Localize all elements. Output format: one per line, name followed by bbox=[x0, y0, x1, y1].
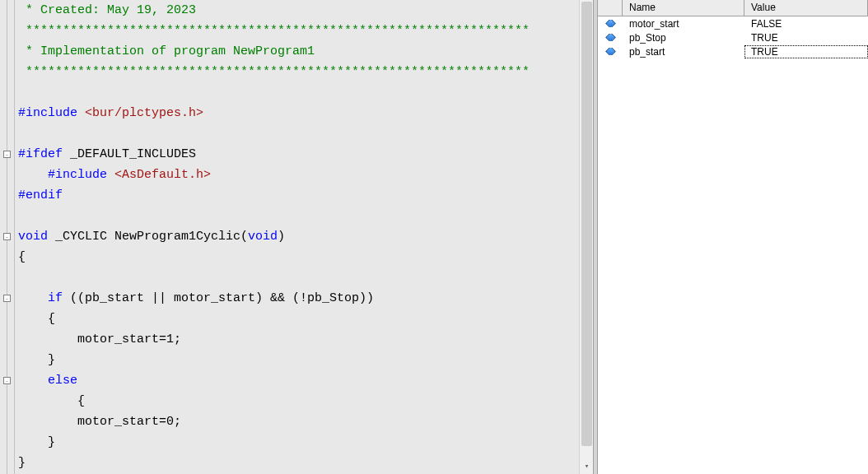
code-line[interactable] bbox=[18, 123, 593, 144]
watch-panel: Name Value motor_startFALSEpb_StopTRUEpb… bbox=[598, 0, 868, 474]
code-token bbox=[18, 291, 48, 305]
code-token: _DEFAULT_INCLUDES bbox=[63, 147, 196, 161]
code-token bbox=[107, 168, 114, 182]
code-token: { bbox=[18, 394, 85, 408]
code-line[interactable]: void _CYCLIC NewProgram1Cyclic(void) bbox=[18, 226, 593, 247]
watch-variable-value[interactable]: TRUE bbox=[744, 32, 868, 44]
code-token: { bbox=[18, 250, 26, 264]
editor-gutter: ---- bbox=[0, 0, 15, 474]
variable-icon bbox=[598, 34, 623, 41]
code-token: else bbox=[48, 374, 77, 388]
watch-variable-name: pb_Stop bbox=[623, 32, 744, 44]
code-line[interactable]: { bbox=[18, 309, 593, 329]
watch-variable-value[interactable]: FALSE bbox=[744, 18, 868, 30]
code-line[interactable]: if ((pb_start || motor_start) && (!pb_St… bbox=[18, 288, 593, 309]
watch-row[interactable]: pb_startTRUE bbox=[598, 44, 868, 58]
code-token: if bbox=[48, 291, 63, 305]
code-token bbox=[77, 106, 85, 120]
vertical-scrollbar[interactable]: ▾ bbox=[579, 0, 593, 474]
fold-toggle-icon[interactable]: - bbox=[3, 151, 11, 158]
code-token: ****************************************… bbox=[18, 24, 530, 38]
code-token bbox=[18, 168, 48, 182]
code-line[interactable]: * Implementation of program NewProgram1 bbox=[18, 41, 593, 62]
code-line[interactable]: ****************************************… bbox=[18, 21, 593, 41]
diamond-icon bbox=[605, 48, 616, 55]
code-token bbox=[18, 374, 48, 388]
code-line[interactable]: #endif bbox=[18, 185, 593, 206]
variable-icon bbox=[598, 20, 623, 27]
diamond-icon bbox=[605, 34, 616, 41]
code-token: { bbox=[18, 312, 55, 326]
code-token: } bbox=[18, 435, 55, 449]
fold-toggle-icon[interactable]: - bbox=[3, 377, 11, 384]
fold-toggle-icon[interactable]: - bbox=[3, 233, 11, 240]
code-line[interactable]: #ifdef _DEFAULT_INCLUDES bbox=[18, 144, 593, 165]
scrollbar-down-button[interactable]: ▾ bbox=[580, 460, 593, 474]
code-line[interactable]: { bbox=[18, 391, 593, 411]
code-token: * Implementation of program NewProgram1 bbox=[18, 44, 315, 58]
code-line[interactable]: } bbox=[18, 350, 593, 370]
code-token: ((pb_start || motor_start) && (!pb_Stop)… bbox=[63, 291, 374, 305]
watch-variable-value[interactable]: TRUE bbox=[744, 45, 868, 58]
code-line[interactable] bbox=[18, 82, 593, 103]
code-editor-panel: ---- * Created: May 19, 2023 ***********… bbox=[0, 0, 593, 474]
code-line[interactable]: #include <bur/plctypes.h> bbox=[18, 103, 593, 123]
code-token: #endif bbox=[18, 188, 63, 202]
code-token: motor_start=1; bbox=[18, 332, 181, 346]
code-line[interactable] bbox=[18, 206, 593, 226]
code-line[interactable]: motor_start=0; bbox=[18, 411, 593, 432]
watch-row[interactable]: motor_startFALSE bbox=[598, 16, 868, 30]
code-line[interactable] bbox=[18, 267, 593, 288]
fold-toggle-icon[interactable]: - bbox=[3, 295, 11, 302]
code-area[interactable]: * Created: May 19, 2023 ****************… bbox=[15, 0, 593, 474]
code-token: } bbox=[18, 456, 26, 470]
code-token: ****************************************… bbox=[18, 65, 530, 79]
code-line[interactable]: { bbox=[18, 247, 593, 267]
code-line[interactable]: else bbox=[18, 370, 593, 391]
code-token: <bur/plctypes.h> bbox=[85, 106, 203, 120]
scrollbar-thumb[interactable] bbox=[581, 2, 592, 446]
code-line[interactable]: * Created: May 19, 2023 bbox=[18, 0, 593, 21]
code-token: } bbox=[18, 353, 55, 367]
code-token: void bbox=[248, 230, 278, 244]
watch-row[interactable]: pb_StopTRUE bbox=[598, 30, 868, 44]
watch-header-value-col[interactable]: Value bbox=[744, 0, 868, 16]
code-line[interactable]: motor_start=1; bbox=[18, 329, 593, 350]
code-line[interactable]: } bbox=[18, 432, 593, 453]
code-line[interactable]: ****************************************… bbox=[18, 62, 593, 82]
code-token: motor_start=0; bbox=[18, 415, 181, 429]
watch-header-row: Name Value bbox=[598, 0, 868, 16]
code-token: * Created: May 19, 2023 bbox=[18, 3, 196, 17]
watch-header-icon-col[interactable] bbox=[598, 0, 623, 16]
diamond-icon bbox=[605, 20, 616, 27]
code-line[interactable]: } bbox=[18, 453, 593, 473]
code-token: _CYCLIC NewProgram1Cyclic( bbox=[48, 230, 248, 244]
watch-body: motor_startFALSEpb_StopTRUEpb_startTRUE bbox=[598, 16, 868, 58]
code-token: #include bbox=[48, 168, 107, 182]
variable-icon bbox=[598, 48, 623, 55]
code-token: ) bbox=[278, 230, 285, 244]
code-token: #ifdef bbox=[18, 147, 63, 161]
code-token: <AsDefault.h> bbox=[114, 168, 211, 182]
watch-header-name-col[interactable]: Name bbox=[623, 0, 744, 16]
code-line[interactable]: #include <AsDefault.h> bbox=[18, 165, 593, 185]
code-token: #include bbox=[18, 106, 77, 120]
code-token: void bbox=[18, 230, 48, 244]
watch-variable-name: motor_start bbox=[623, 18, 744, 30]
watch-variable-name: pb_start bbox=[623, 46, 744, 58]
